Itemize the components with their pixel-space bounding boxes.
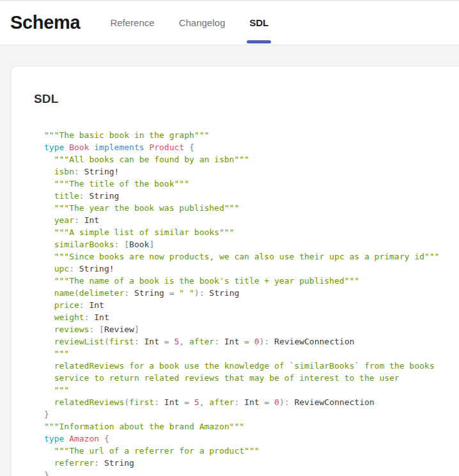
code-line: price: Int <box>44 299 459 311</box>
code-line: reviewList(first: Int = 5, after: Int = … <box>44 335 459 348</box>
code-line: relatedReviews for a book use the knowle… <box>44 360 459 372</box>
code-line: type Book implements Product { <box>44 141 459 153</box>
code-line: """The url of a referrer for a product""… <box>44 445 459 457</box>
code-line: type Amazon { <box>44 433 459 445</box>
code-line: """Since books are now products, we can … <box>44 250 459 263</box>
sdl-code: """The basic book in the graph"""type Bo… <box>44 129 459 476</box>
sdl-card: SDL """The basic book in the graph"""typ… <box>11 66 459 476</box>
code-line: reviews: [Review] <box>44 323 459 335</box>
code-line: title: String <box>44 190 459 202</box>
code-line: """The title of the book""" <box>44 178 459 190</box>
code-line: } <box>44 469 459 476</box>
code-line: """ <box>44 348 459 360</box>
code-line: upc: String! <box>44 263 459 275</box>
code-line: """A simple list of similar books""" <box>44 226 459 238</box>
tab-changelog[interactable]: Changelog <box>167 1 238 45</box>
code-line: year: Int <box>44 214 459 226</box>
page-title: Schema <box>10 12 80 33</box>
code-line: """The name of a book is the book's titl… <box>44 275 459 287</box>
card-heading: SDL <box>34 92 459 106</box>
code-line: } <box>44 408 459 420</box>
code-line: relatedReviews(first: Int = 5, after: In… <box>44 396 459 408</box>
code-line: similarBooks: [Book] <box>44 238 459 250</box>
code-line: """ <box>44 384 459 396</box>
code-line: service to return related reviews that m… <box>44 372 459 384</box>
code-line: isbn: String! <box>44 165 459 178</box>
code-line: """The basic book in the graph""" <box>44 129 459 141</box>
tab-bar: ReferenceChangelogSDL <box>98 1 281 45</box>
code-line: referrer: String <box>44 457 459 469</box>
tab-reference[interactable]: Reference <box>98 1 166 45</box>
code-line: """The year the book was published""" <box>44 202 459 214</box>
code-line: name(delimeter: String = " "): String <box>44 287 459 299</box>
code-line: weight: Int <box>44 311 459 323</box>
schema-header: Schema ReferenceChangelogSDL <box>0 0 459 45</box>
tab-sdl[interactable]: SDL <box>237 1 281 45</box>
code-line: """All books can be found by an isbn""" <box>44 153 459 165</box>
code-line: """Information about the brand Amazon""" <box>44 420 459 433</box>
